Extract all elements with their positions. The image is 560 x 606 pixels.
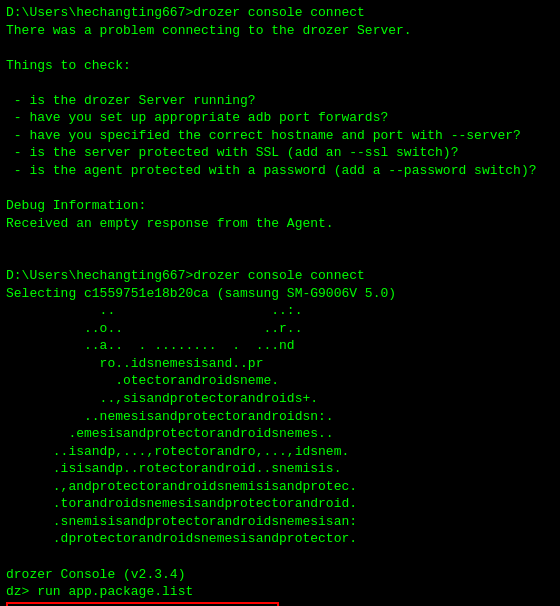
command-line-2: D:\Users\hechangting667>drozer console c… — [6, 267, 554, 285]
blank-6 — [6, 548, 554, 566]
terminal: D:\Users\hechangting667>drozer console c… — [0, 0, 560, 606]
selecting-device: Selecting c1559751e18b20ca (samsung SM-G… — [6, 285, 554, 303]
debug-info-label: Debug Information: — [6, 197, 554, 215]
check-5: - is the agent protected with a password… — [6, 162, 554, 180]
received-empty: Received an empty response from the Agen… — [6, 215, 554, 233]
check-2: - have you set up appropriate adb port f… — [6, 109, 554, 127]
command-line-1: D:\Users\hechangting667>drozer console c… — [6, 4, 554, 22]
check-3: - have you specified the correct hostnam… — [6, 127, 554, 145]
blank-5 — [6, 250, 554, 268]
blank-3 — [6, 179, 554, 197]
console-version: drozer Console (v2.3.4) — [6, 566, 554, 584]
error-line-1: There was a problem connecting to the dr… — [6, 22, 554, 40]
blank-1 — [6, 39, 554, 57]
blank-2 — [6, 74, 554, 92]
things-to-check: Things to check: — [6, 57, 554, 75]
ascii-art-block: .. ..:. ..o.. ..r.. ..a.. . ........ . .… — [6, 302, 554, 548]
check-4: - is the server protected with SSL (add … — [6, 144, 554, 162]
unknown-module-error: unknown module: 'app.package.list' — [6, 602, 279, 606]
blank-4 — [6, 232, 554, 250]
dz-prompt-1: dz> run app.package.list — [6, 583, 554, 601]
check-1: - is the drozer Server running? — [6, 92, 554, 110]
